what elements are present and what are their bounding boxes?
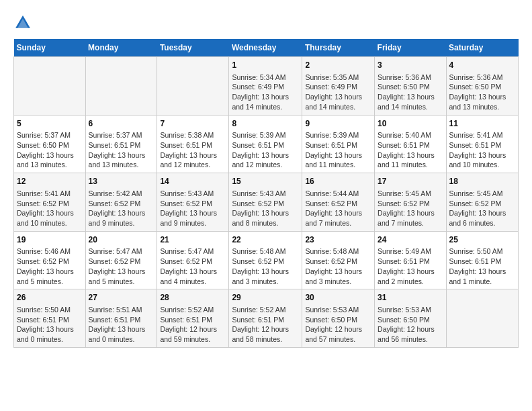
day-info: Sunrise: 5:45 AMSunset: 6:52 PMDaylight:…	[449, 189, 515, 228]
day-info: Sunrise: 5:53 AMSunset: 6:50 PMDaylight:…	[305, 305, 371, 345]
day-info: Sunrise: 5:35 AMSunset: 6:49 PMDaylight:…	[305, 73, 371, 112]
day-number: 2	[305, 60, 371, 71]
day-number: 30	[305, 292, 371, 304]
calendar-cell: 18Sunrise: 5:45 AMSunset: 6:52 PMDayligh…	[446, 173, 518, 232]
day-number: 12	[17, 176, 83, 187]
calendar-cell: 8Sunrise: 5:39 AMSunset: 6:51 PMDaylight…	[229, 115, 302, 173]
calendar-cell: 7Sunrise: 5:38 AMSunset: 6:51 PMDaylight…	[157, 115, 229, 173]
day-info: Sunrise: 5:50 AMSunset: 6:51 PMDaylight:…	[17, 305, 83, 345]
day-info: Sunrise: 5:40 AMSunset: 6:51 PMDaylight:…	[378, 130, 443, 170]
day-number: 9	[305, 118, 371, 130]
day-number: 5	[17, 118, 83, 130]
day-info: Sunrise: 5:47 AMSunset: 6:52 PMDaylight:…	[89, 246, 154, 286]
week-row-3: 12Sunrise: 5:41 AMSunset: 6:52 PMDayligh…	[14, 173, 519, 232]
calendar-cell: 4Sunrise: 5:36 AMSunset: 6:50 PMDaylight…	[446, 57, 518, 116]
day-number: 16	[305, 176, 371, 187]
day-header-saturday: Saturday	[446, 39, 518, 57]
day-header-tuesday: Tuesday	[157, 39, 229, 57]
day-number: 14	[160, 176, 226, 187]
calendar-cell: 22Sunrise: 5:48 AMSunset: 6:52 PMDayligh…	[229, 231, 302, 289]
day-header-monday: Monday	[85, 39, 157, 57]
day-number: 28	[160, 292, 226, 304]
day-number: 21	[160, 234, 226, 246]
day-info: Sunrise: 5:48 AMSunset: 6:52 PMDaylight:…	[305, 246, 371, 286]
day-info: Sunrise: 5:41 AMSunset: 6:52 PMDaylight:…	[17, 189, 83, 228]
calendar-cell: 26Sunrise: 5:50 AMSunset: 6:51 PMDayligh…	[14, 289, 86, 348]
calendar-cell	[157, 57, 229, 116]
day-info: Sunrise: 5:42 AMSunset: 6:52 PMDaylight:…	[89, 189, 154, 228]
day-number: 11	[449, 118, 515, 130]
calendar-body: 1Sunrise: 5:34 AMSunset: 6:49 PMDaylight…	[14, 57, 519, 348]
calendar-header: SundayMondayTuesdayWednesdayThursdayFrid…	[14, 39, 519, 57]
day-info: Sunrise: 5:36 AMSunset: 6:50 PMDaylight:…	[378, 73, 443, 112]
calendar-cell: 13Sunrise: 5:42 AMSunset: 6:52 PMDayligh…	[85, 173, 157, 232]
day-info: Sunrise: 5:43 AMSunset: 6:52 PMDaylight:…	[160, 189, 226, 228]
day-info: Sunrise: 5:48 AMSunset: 6:52 PMDaylight:…	[232, 246, 299, 286]
calendar-cell	[14, 57, 86, 116]
day-number: 20	[89, 234, 154, 246]
page-header	[13, 13, 519, 32]
day-number: 10	[378, 118, 443, 130]
day-number: 31	[378, 292, 443, 304]
day-number: 19	[17, 234, 83, 246]
day-number: 1	[232, 60, 299, 71]
day-info: Sunrise: 5:39 AMSunset: 6:51 PMDaylight:…	[305, 130, 371, 170]
day-number: 8	[232, 118, 299, 130]
day-number: 7	[160, 118, 226, 130]
day-info: Sunrise: 5:52 AMSunset: 6:51 PMDaylight:…	[232, 305, 299, 345]
day-number: 24	[378, 234, 443, 246]
calendar-cell: 29Sunrise: 5:52 AMSunset: 6:51 PMDayligh…	[229, 289, 302, 348]
calendar-cell: 15Sunrise: 5:43 AMSunset: 6:52 PMDayligh…	[229, 173, 302, 232]
calendar-cell: 21Sunrise: 5:47 AMSunset: 6:52 PMDayligh…	[157, 231, 229, 289]
logo	[13, 13, 35, 32]
calendar-cell: 24Sunrise: 5:49 AMSunset: 6:51 PMDayligh…	[375, 231, 446, 289]
day-info: Sunrise: 5:37 AMSunset: 6:51 PMDaylight:…	[89, 130, 154, 170]
calendar-cell: 28Sunrise: 5:52 AMSunset: 6:51 PMDayligh…	[157, 289, 229, 348]
day-number: 27	[89, 292, 154, 304]
day-number: 15	[232, 176, 299, 187]
calendar-cell: 10Sunrise: 5:40 AMSunset: 6:51 PMDayligh…	[375, 115, 446, 173]
day-info: Sunrise: 5:38 AMSunset: 6:51 PMDaylight:…	[160, 130, 226, 170]
calendar-cell: 3Sunrise: 5:36 AMSunset: 6:50 PMDaylight…	[375, 57, 446, 116]
day-info: Sunrise: 5:52 AMSunset: 6:51 PMDaylight:…	[160, 305, 226, 345]
day-number: 13	[89, 176, 154, 187]
week-row-4: 19Sunrise: 5:46 AMSunset: 6:52 PMDayligh…	[14, 231, 519, 289]
day-number: 25	[449, 234, 515, 246]
calendar-cell: 1Sunrise: 5:34 AMSunset: 6:49 PMDaylight…	[229, 57, 302, 116]
day-header-thursday: Thursday	[302, 39, 375, 57]
calendar-cell: 16Sunrise: 5:44 AMSunset: 6:52 PMDayligh…	[302, 173, 375, 232]
calendar-cell: 20Sunrise: 5:47 AMSunset: 6:52 PMDayligh…	[85, 231, 157, 289]
calendar-cell: 31Sunrise: 5:53 AMSunset: 6:50 PMDayligh…	[375, 289, 446, 348]
day-info: Sunrise: 5:47 AMSunset: 6:52 PMDaylight:…	[160, 246, 226, 286]
calendar-cell: 17Sunrise: 5:45 AMSunset: 6:52 PMDayligh…	[375, 173, 446, 232]
day-info: Sunrise: 5:51 AMSunset: 6:51 PMDaylight:…	[89, 305, 154, 345]
day-header-wednesday: Wednesday	[229, 39, 302, 57]
calendar-cell: 11Sunrise: 5:41 AMSunset: 6:51 PMDayligh…	[446, 115, 518, 173]
day-number: 4	[449, 60, 515, 71]
day-info: Sunrise: 5:37 AMSunset: 6:50 PMDaylight:…	[17, 130, 83, 170]
calendar-cell: 5Sunrise: 5:37 AMSunset: 6:50 PMDaylight…	[14, 115, 86, 173]
week-row-5: 26Sunrise: 5:50 AMSunset: 6:51 PMDayligh…	[14, 289, 519, 348]
calendar-cell	[85, 57, 157, 116]
day-number: 18	[449, 176, 515, 187]
calendar-cell: 23Sunrise: 5:48 AMSunset: 6:52 PMDayligh…	[302, 231, 375, 289]
calendar-table: SundayMondayTuesdayWednesdayThursdayFrid…	[13, 39, 519, 348]
calendar-cell	[446, 289, 518, 348]
day-info: Sunrise: 5:44 AMSunset: 6:52 PMDaylight:…	[305, 189, 371, 228]
week-row-1: 1Sunrise: 5:34 AMSunset: 6:49 PMDaylight…	[14, 57, 519, 116]
calendar-cell: 6Sunrise: 5:37 AMSunset: 6:51 PMDaylight…	[85, 115, 157, 173]
day-info: Sunrise: 5:36 AMSunset: 6:50 PMDaylight:…	[449, 73, 515, 112]
day-header-friday: Friday	[375, 39, 446, 57]
day-number: 23	[305, 234, 371, 246]
calendar-cell: 30Sunrise: 5:53 AMSunset: 6:50 PMDayligh…	[302, 289, 375, 348]
calendar-cell: 27Sunrise: 5:51 AMSunset: 6:51 PMDayligh…	[85, 289, 157, 348]
day-info: Sunrise: 5:50 AMSunset: 6:51 PMDaylight:…	[449, 246, 515, 286]
day-number: 17	[378, 176, 443, 187]
day-header-sunday: Sunday	[14, 39, 86, 57]
day-info: Sunrise: 5:53 AMSunset: 6:50 PMDaylight:…	[378, 305, 443, 345]
day-number: 6	[89, 118, 154, 130]
day-number: 26	[17, 292, 83, 304]
day-info: Sunrise: 5:49 AMSunset: 6:51 PMDaylight:…	[378, 246, 443, 286]
calendar-cell: 9Sunrise: 5:39 AMSunset: 6:51 PMDaylight…	[302, 115, 375, 173]
logo-icon	[13, 13, 32, 32]
